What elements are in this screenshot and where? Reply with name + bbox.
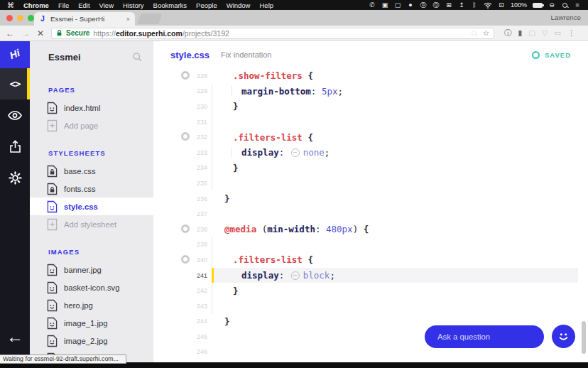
code-line-239[interactable]: 239 xyxy=(153,237,588,253)
airplay-icon[interactable]: ⊡ xyxy=(498,1,505,9)
menu-item-help[interactable]: Help xyxy=(259,1,273,9)
code-area[interactable]: 228.show-filters {229margin-bottom: 5px;… xyxy=(153,68,588,362)
spotlight-icon[interactable] xyxy=(561,1,568,9)
file-row-basket-icon-svg[interactable]: basket-icon.svg xyxy=(30,278,153,296)
code-line-235[interactable]: 235 xyxy=(153,175,588,191)
file-row-image-1-jpg[interactable]: image_1.jpg xyxy=(30,314,153,332)
code-line-233[interactable]: 233display: −none; xyxy=(153,145,588,161)
battery-icon[interactable] xyxy=(533,1,543,9)
extension-cast-icon[interactable]: ▽ xyxy=(542,29,548,37)
code-line-241[interactable]: 241display: −block; xyxy=(153,268,588,283)
superhi-logo[interactable]: Hi xyxy=(0,41,30,68)
notification-center-icon[interactable]: ≡ xyxy=(574,1,581,9)
file-row-fonts-css[interactable]: fonts.css xyxy=(30,180,153,197)
health-plus-icon[interactable]: ⊞ xyxy=(445,1,452,9)
saved-status: SAVED xyxy=(532,51,571,59)
code-line-243[interactable]: 243 xyxy=(153,298,588,314)
chat-smiley-button[interactable] xyxy=(552,325,575,348)
bluetooth-icon[interactable]: ᛒ xyxy=(471,1,478,9)
code-token: @media xyxy=(224,224,256,234)
editor-header: style.css Fix indentation SAVED xyxy=(153,41,588,68)
value-toggle-icon[interactable]: − xyxy=(291,271,300,280)
add-stylesheet-button[interactable]: Add stylesheet xyxy=(30,215,153,233)
locked-file-icon xyxy=(47,183,58,195)
code-line-229[interactable]: 229margin-bottom: 5px; xyxy=(153,84,588,99)
battery-percent[interactable]: 100% xyxy=(511,1,527,9)
video-camera-icon[interactable]: ▣ xyxy=(381,1,388,9)
dnd-icon[interactable]: ⊖ xyxy=(548,1,555,9)
code-line-228[interactable]: 228.show-filters { xyxy=(153,68,588,84)
file-row-banner-jpg[interactable]: banner.jpg xyxy=(30,261,153,278)
minimize-window-button[interactable] xyxy=(17,15,23,21)
ink-drop-icon[interactable]: ● xyxy=(407,1,414,9)
q-circle-icon[interactable]: Ⓠ xyxy=(432,1,440,9)
fix-indentation-button[interactable]: Fix indentation xyxy=(221,50,272,59)
back-button[interactable]: ← xyxy=(6,29,14,38)
page-zoom-icon[interactable] xyxy=(472,29,477,37)
browser-tab[interactable]: J Essmei - SuperHi × xyxy=(34,12,135,26)
extension-info-icon[interactable]: ⓘ xyxy=(504,29,512,37)
code-line-232[interactable]: 232.filters-list { xyxy=(153,129,588,145)
value-toggle-icon[interactable]: − xyxy=(291,148,300,157)
section-header-pages: PAGES xyxy=(48,86,153,94)
call-icon[interactable]: ✆ xyxy=(369,1,376,9)
code-token: block xyxy=(303,270,330,281)
file-row-style-css-active[interactable]: style.css xyxy=(30,197,153,215)
menu-item-edit[interactable]: Edit xyxy=(78,1,89,9)
code-line-240[interactable]: 240.filters-list { xyxy=(153,252,588,268)
chrome-profile-name[interactable]: Lawrence xyxy=(551,13,581,21)
address-bar[interactable]: Secure https://editor.superhi.com/projec… xyxy=(51,28,494,39)
code-text: } xyxy=(224,193,230,204)
file-row-base-css[interactable]: base.css xyxy=(30,162,153,180)
code-line-237[interactable]: 237 xyxy=(153,206,588,222)
image-file-icon xyxy=(47,299,58,312)
wifi-icon[interactable] xyxy=(484,1,492,9)
code-line-230[interactable]: 230} xyxy=(153,99,588,114)
code-line-242[interactable]: 242} xyxy=(153,283,588,298)
bookmark-star-icon[interactable]: ☆ xyxy=(483,29,489,37)
extension-download-icon[interactable]: ▭ xyxy=(554,29,561,37)
file-row-hero-jpg[interactable]: hero.jpg xyxy=(30,296,153,314)
window-icon[interactable]: ▢ xyxy=(394,1,401,9)
menu-item-chrome[interactable]: Chrome xyxy=(23,1,49,9)
apple-menu-icon[interactable]: ⌘ xyxy=(7,1,14,9)
back-arrow-button[interactable]: ← xyxy=(0,327,30,347)
ask-question-button[interactable]: Ask a question xyxy=(425,325,544,348)
forward-button[interactable]: → xyxy=(21,29,30,38)
menu-item-file[interactable]: File xyxy=(58,1,69,9)
stop-loading-button[interactable]: ✕ xyxy=(37,29,44,38)
extension-bar-icon[interactable]: ▮ xyxy=(518,29,523,37)
rail-item-publish[interactable] xyxy=(0,131,30,162)
rail-item-code-editor[interactable]: <> xyxy=(0,68,30,99)
code-line-234[interactable]: 234} xyxy=(153,161,588,176)
add-page-button[interactable]: Add page xyxy=(30,117,153,134)
browser-menu-icon[interactable]: ⋮ xyxy=(567,29,575,37)
rail-item-settings[interactable] xyxy=(0,162,30,193)
new-tab-button[interactable] xyxy=(138,13,163,24)
rail-item-preview[interactable] xyxy=(0,99,30,131)
zoom-window-button[interactable] xyxy=(28,15,34,21)
editor-scrollbar-thumb[interactable] xyxy=(582,321,586,354)
code-line-236[interactable]: 236} xyxy=(153,191,588,207)
line-number: 239 xyxy=(153,241,207,248)
menu-item-view[interactable]: View xyxy=(99,1,114,9)
menu-item-window[interactable]: Window xyxy=(227,1,251,9)
line-number: 232 xyxy=(153,134,207,141)
extension-window-icon[interactable]: ▢ xyxy=(528,29,535,37)
line-number: 228 xyxy=(153,72,207,80)
file-label: hero.jpg xyxy=(64,301,93,310)
zero-circle-icon[interactable]: ⓪ xyxy=(420,1,427,9)
menu-item-bookmarks[interactable]: Bookmarks xyxy=(153,1,187,9)
file-row-image-2-jpg[interactable]: image_2.jpg xyxy=(30,332,153,350)
file-label: base.css xyxy=(64,167,96,175)
search-icon[interactable] xyxy=(133,52,142,65)
close-window-button[interactable] xyxy=(6,15,13,21)
menu-item-people[interactable]: People xyxy=(196,1,217,9)
code-brackets-icon: <> xyxy=(10,78,21,90)
code-line-231[interactable]: 231 xyxy=(153,114,588,130)
code-line-238[interactable]: 238@media (min-width: 480px) { xyxy=(153,222,588,237)
share-icon[interactable]: ↥ xyxy=(458,1,465,9)
tab-close-icon[interactable]: × xyxy=(126,16,130,23)
file-row-index-html[interactable]: index.html xyxy=(30,99,153,117)
menu-item-history[interactable]: History xyxy=(123,1,144,9)
